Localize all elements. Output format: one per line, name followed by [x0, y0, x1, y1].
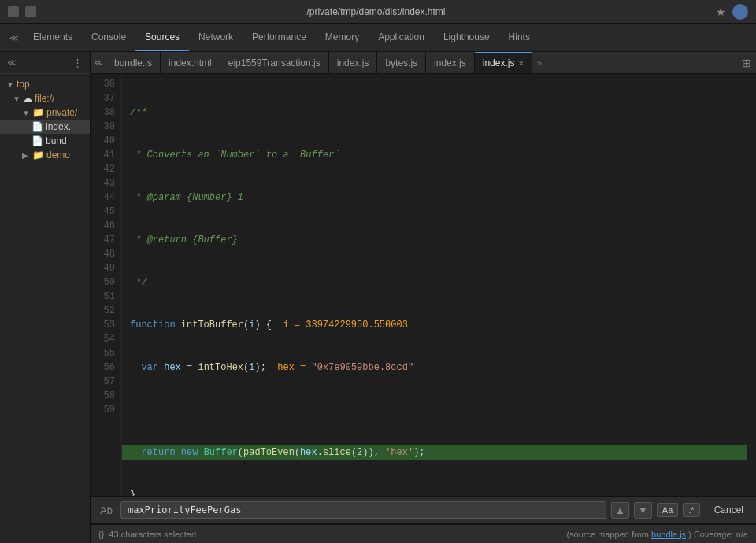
tree-label-top: top [17, 79, 30, 90]
window-icon [8, 6, 19, 17]
regex-button[interactable]: .* [683, 503, 699, 517]
sidebar-menu-icon[interactable]: ⋮ [70, 57, 85, 68]
file-tab-bytes[interactable]: bytes.js [377, 52, 426, 74]
tab-network[interactable]: Network [189, 24, 243, 51]
format-icon[interactable]: {} [98, 530, 104, 539]
file-tab-index-js-2[interactable]: index.js [426, 52, 475, 74]
sidebar-item-index[interactable]: 📄 index. [0, 120, 90, 134]
collapse-arrow-icon3: ▼ [22, 109, 30, 117]
sidebar-item-bundle[interactable]: 📄 bund [0, 134, 90, 148]
close-tab-icon[interactable]: × [518, 58, 523, 68]
file-tabs-more-icon[interactable]: » [532, 52, 547, 74]
sidebar-item-top[interactable]: ▼ top [0, 77, 90, 91]
sidebar-prev-icon[interactable]: ≪ [5, 57, 19, 68]
folder-icon2: 📁 [32, 150, 44, 161]
devtools-more-icon[interactable]: ≪ [5, 24, 24, 51]
tab-application[interactable]: Application [369, 24, 434, 51]
tab-hints[interactable]: Hints [499, 24, 539, 51]
code-line-45: } [122, 488, 747, 496]
code-line-40: */ [122, 275, 747, 290]
avatar [732, 4, 748, 20]
main-area: ≪ ⋮ ▼ top ▼ ☁ file:// ▼ 📁 private/ 📄 ind… [0, 52, 756, 543]
bundle-link[interactable]: bundle.js [651, 530, 686, 539]
code-line-41: function intToBuffer(i) { i = 3397422995… [122, 318, 747, 332]
code-editor: 36 37 38 39 40 41 42 43 44 45 46 47 48 4… [91, 74, 756, 496]
sidebar-item-demo[interactable]: ▶ 📁 demo [0, 148, 90, 162]
code-content[interactable]: /** * Converts an `Number` to a `Buffer`… [122, 74, 747, 496]
titlebar: /private/tmp/demo/dist/index.html ★ [0, 0, 756, 24]
expand-arrow-icon: ▶ [22, 151, 30, 160]
bookmark-icon[interactable]: ★ [716, 6, 726, 18]
cloud-icon: ☁ [23, 93, 32, 104]
code-line-36: /** [122, 105, 747, 120]
content-area: ≪ bundle.js index.html eip1559Transactio… [91, 52, 756, 543]
code-line-37: * Converts an `Number` to a `Buffer` [122, 148, 747, 162]
scrollbar[interactable] [747, 74, 756, 496]
code-line-39: * @return {Buffer} [122, 233, 747, 247]
window-icon2 [25, 6, 36, 17]
coverage-info: Coverage: n/a [694, 530, 748, 539]
source-map-info: (source mapped from bundle.js ) Coverage… [201, 530, 748, 539]
code-line-38: * @param {Number} i [122, 190, 747, 205]
file-tab-bundle[interactable]: bundle.js [106, 52, 161, 74]
search-bar: Ab ▲ ▼ Aa .* Cancel [91, 496, 756, 524]
search-input[interactable] [120, 501, 606, 519]
tree-label-demo: demo [46, 150, 70, 161]
devtools-tab-bar: ≪ Elements Console Sources Network Perfo… [0, 24, 756, 52]
collapse-arrow-icon2: ▼ [13, 94, 20, 103]
code-line-44: return new Buffer(padToEven(hex.slice(2)… [122, 445, 747, 460]
code-line-42: var hex = intToHex(i); hex = "0x7e9059bb… [122, 360, 747, 375]
case-sensitive-icon[interactable]: Ab [97, 503, 116, 518]
search-prev-button[interactable]: ▲ [611, 502, 629, 519]
page-title: /private/tmp/demo/dist/index.html [43, 6, 710, 17]
file-icon2: 📄 [32, 135, 43, 146]
status-bar: {} 43 characters selected (source mapped… [91, 524, 756, 543]
tab-console[interactable]: Console [82, 24, 135, 51]
code-line-43 [122, 403, 747, 417]
sidebar-header: ≪ ⋮ [0, 52, 90, 74]
file-tab-index-html[interactable]: index.html [161, 52, 220, 74]
folder-icon: 📁 [32, 107, 44, 118]
sidebar-item-file[interactable]: ▼ ☁ file:// [0, 91, 90, 105]
file-icon: 📄 [32, 121, 43, 132]
sidebar: ≪ ⋮ ▼ top ▼ ☁ file:// ▼ 📁 private/ 📄 ind… [0, 52, 91, 543]
tab-memory[interactable]: Memory [316, 24, 369, 51]
tab-sources[interactable]: Sources [135, 24, 189, 51]
line-numbers: 36 37 38 39 40 41 42 43 44 45 46 47 48 4… [91, 74, 122, 496]
search-next-button[interactable]: ▼ [634, 502, 652, 519]
file-tabs-prev-icon[interactable]: ≪ [91, 52, 106, 74]
tree-label-bundle: bund [46, 135, 67, 146]
char-count: 43 characters selected [109, 530, 196, 539]
file-tab-eip[interactable]: eip1559Transaction.js [220, 52, 329, 74]
tab-elements[interactable]: Elements [24, 24, 82, 51]
match-case-button[interactable]: Aa [657, 503, 678, 517]
tab-performance[interactable]: Performance [243, 24, 316, 51]
sidebar-item-private[interactable]: ▼ 📁 private/ [0, 105, 90, 120]
search-cancel-button[interactable]: Cancel [708, 503, 750, 517]
file-tab-index-js-active[interactable]: index.js × [475, 52, 532, 74]
tab-lighthouse[interactable]: Lighthouse [434, 24, 499, 51]
tree-label-index: index. [46, 121, 71, 132]
file-tab-bar: ≪ bundle.js index.html eip1559Transactio… [91, 52, 756, 74]
file-tab-index-js-1[interactable]: index.js [329, 52, 378, 74]
tree-label-private: private/ [46, 107, 77, 118]
tree-label-file: file:// [35, 93, 54, 104]
new-pane-icon[interactable]: ⊞ [737, 52, 756, 74]
sidebar-tree: ▼ top ▼ ☁ file:// ▼ 📁 private/ 📄 index. … [0, 74, 90, 543]
collapse-arrow-icon: ▼ [6, 80, 14, 89]
